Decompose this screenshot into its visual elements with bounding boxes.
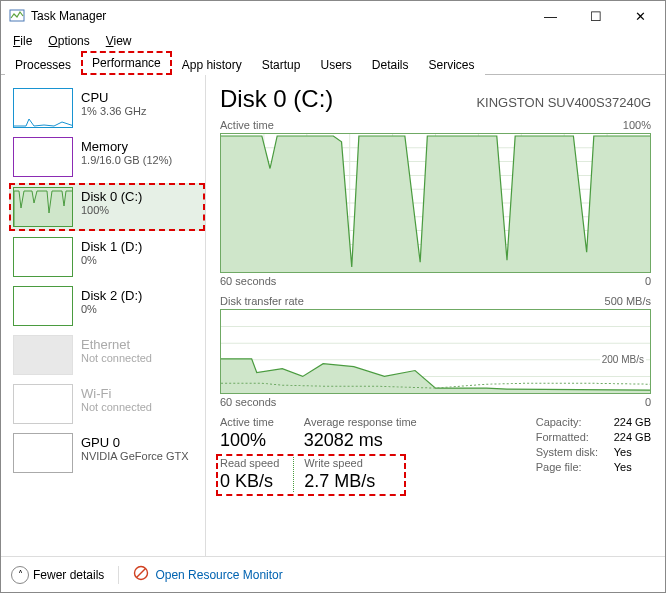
fewer-details-label: Fewer details [33,568,104,582]
disk-thumbnail-icon [13,286,73,326]
sidebar-item-disk1[interactable]: Disk 1 (D:) 0% [9,234,205,280]
prop-value: Yes [614,446,632,458]
chart-title: Disk transfer rate [220,295,304,307]
active-time-chart [220,133,651,273]
sidebar-item-disk0[interactable]: Disk 0 (C:) 100% [9,183,205,231]
sidebar-item-wifi[interactable]: Wi-Fi Not connected [9,381,205,427]
sidebar-item-sub: 0% [81,303,142,315]
prop-value: Yes [614,461,632,473]
sidebar-item-label: Disk 0 (C:) [81,189,142,204]
maximize-button[interactable]: ☐ [573,2,618,30]
open-resource-monitor-label: Open Resource Monitor [155,568,282,582]
stat-label: Active time [220,416,274,428]
prop-value: 224 GB [614,416,651,428]
sidebar-item-label: GPU 0 [81,435,189,450]
sidebar-item-gpu0[interactable]: GPU 0 NVIDIA GeForce GTX [9,430,205,476]
chart-max-label: 100% [623,119,651,131]
gpu-thumbnail-icon [13,433,73,473]
menu-bar: File Options View [1,31,665,51]
stat-value-read-speed: 0 KB/s [220,471,279,492]
menu-options[interactable]: Options [40,32,97,50]
sidebar-item-sub: Not connected [81,401,152,413]
sidebar-item-disk2[interactable]: Disk 2 (D:) 0% [9,283,205,329]
stat-value-write-speed: 2.7 MB/s [304,471,375,492]
window-title: Task Manager [31,9,528,23]
sidebar-item-cpu[interactable]: CPU 1% 3.36 GHz [9,85,205,131]
disk-properties: Capacity:224 GB Formatted:224 GB System … [536,416,651,492]
chevron-up-icon: ˄ [11,566,29,584]
tab-users[interactable]: Users [310,54,361,75]
sidebar-item-sub: 1% 3.36 GHz [81,105,146,117]
tab-startup[interactable]: Startup [252,54,311,75]
close-button[interactable]: ✕ [618,2,663,30]
main-area: CPU 1% 3.36 GHz Memory 1.9/16.0 GB (12%)… [1,75,665,556]
detail-panel: Disk 0 (C:) KINGSTON SUV400S37240G Activ… [206,75,665,556]
tab-processes[interactable]: Processes [5,54,81,75]
sidebar-item-sub: 100% [81,204,142,216]
stat-value-avg-response: 32082 ms [304,430,417,451]
resource-monitor-icon [133,565,149,584]
transfer-rate-chart: 200 MB/s [220,309,651,394]
sidebar-item-memory[interactable]: Memory 1.9/16.0 GB (12%) [9,134,205,180]
chart-x-right: 0 [645,396,651,408]
active-time-chart-block: Active time 100% [220,119,651,287]
sidebar-item-label: Disk 2 (D:) [81,288,142,303]
memory-thumbnail-icon [13,137,73,177]
prop-value: 224 GB [614,431,651,443]
menu-view[interactable]: View [98,32,140,50]
sidebar-item-label: Memory [81,139,172,154]
sidebar-item-label: Ethernet [81,337,152,352]
disk-thumbnail-icon [13,237,73,277]
tab-details[interactable]: Details [362,54,419,75]
sidebar-item-sub: NVIDIA GeForce GTX [81,450,189,462]
footer-bar: ˄ Fewer details Open Resource Monitor [1,556,665,592]
stat-label: Write speed [304,457,375,469]
task-manager-icon [9,8,25,24]
detail-header: Disk 0 (C:) KINGSTON SUV400S37240G [220,85,651,113]
transfer-rate-chart-block: Disk transfer rate 500 MB/s 200 MB/s 60 … [220,295,651,408]
tab-services[interactable]: Services [419,54,485,75]
resource-sidebar: CPU 1% 3.36 GHz Memory 1.9/16.0 GB (12%)… [1,75,206,556]
ethernet-thumbnail-icon [13,335,73,375]
prop-key: Page file: [536,461,606,473]
prop-key: System disk: [536,446,606,458]
sidebar-item-label: Wi-Fi [81,386,152,401]
disk-thumbnail-icon [13,187,73,227]
chart-max-label: 500 MB/s [605,295,651,307]
sidebar-item-label: Disk 1 (D:) [81,239,142,254]
tab-app-history[interactable]: App history [172,54,252,75]
open-resource-monitor-link[interactable]: Open Resource Monitor [133,565,282,584]
separator [118,566,119,584]
window-controls: — ☐ ✕ [528,2,663,30]
chart-mid-label: 200 MB/s [600,354,646,365]
chart-x-left: 60 seconds [220,396,276,408]
stat-value-active-time: 100% [220,430,274,451]
svg-line-24 [137,569,146,578]
fewer-details-button[interactable]: ˄ Fewer details [11,566,104,584]
chart-title: Active time [220,119,274,131]
sidebar-item-sub: Not connected [81,352,152,364]
tab-performance[interactable]: Performance [81,51,172,75]
title-bar: Task Manager — ☐ ✕ [1,1,665,31]
tab-strip: Processes Performance App history Startu… [1,51,665,75]
sidebar-item-sub: 1.9/16.0 GB (12%) [81,154,172,166]
sidebar-item-label: CPU [81,90,146,105]
chart-x-right: 0 [645,275,651,287]
wifi-thumbnail-icon [13,384,73,424]
prop-key: Formatted: [536,431,606,443]
detail-title: Disk 0 (C:) [220,85,333,113]
menu-file[interactable]: File [5,32,40,50]
stat-label: Average response time [304,416,417,428]
sidebar-item-sub: 0% [81,254,142,266]
disk-model: KINGSTON SUV400S37240G [476,95,651,110]
chart-x-left: 60 seconds [220,275,276,287]
prop-key: Capacity: [536,416,606,428]
cpu-thumbnail-icon [13,88,73,128]
stats-row: Active time 100% Average response time 3… [220,416,651,492]
minimize-button[interactable]: — [528,2,573,30]
sidebar-item-ethernet[interactable]: Ethernet Not connected [9,332,205,378]
stat-label: Read speed [220,457,279,469]
